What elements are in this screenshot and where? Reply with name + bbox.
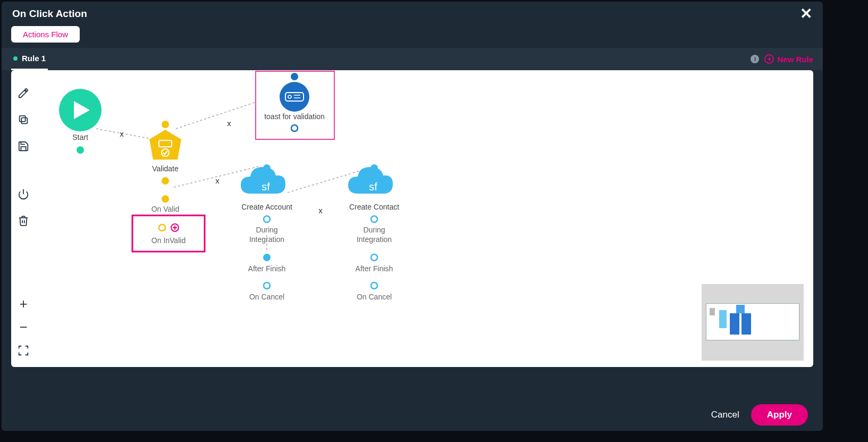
tabs-row: Rule 1 i + New Rule bbox=[2, 48, 823, 70]
svg-point-38 bbox=[371, 254, 377, 261]
info-icon[interactable]: i bbox=[751, 55, 759, 63]
svg-point-11 bbox=[162, 121, 169, 128]
node-oninvalid-label: On InValid bbox=[151, 236, 186, 245]
apply-button[interactable]: Apply bbox=[751, 404, 808, 426]
svg-point-32 bbox=[264, 216, 270, 222]
svg-point-15 bbox=[162, 177, 169, 185]
svg-point-33 bbox=[263, 254, 271, 261]
during-integration-a-2: Integration bbox=[249, 235, 284, 244]
during-integration-c-1: During bbox=[363, 226, 385, 234]
node-validate-label: Validate bbox=[152, 164, 179, 173]
during-integration-a-1: During bbox=[256, 226, 277, 234]
close-icon[interactable]: ✕ bbox=[800, 9, 812, 19]
svg-point-37 bbox=[371, 216, 377, 222]
node-create-contact[interactable]: sf Create Contact During Integration Aft… bbox=[348, 164, 399, 301]
node-toast[interactable]: toast for validation bbox=[256, 71, 334, 139]
node-onvalid-label: On Valid bbox=[151, 205, 180, 213]
status-dot-icon bbox=[13, 56, 18, 61]
svg-marker-12 bbox=[149, 130, 181, 160]
node-start-label: Start bbox=[72, 133, 88, 141]
remove-link-validate-toast[interactable]: x bbox=[227, 119, 231, 128]
remove-link-onvalid-account[interactable]: x bbox=[215, 176, 220, 185]
svg-point-34 bbox=[264, 282, 270, 289]
remove-link-start-validate[interactable]: x bbox=[120, 129, 124, 138]
node-create-account[interactable]: sf Create Account During Integration Aft… bbox=[241, 164, 292, 301]
modal-title: On Click Action bbox=[12, 8, 87, 20]
svg-point-16 bbox=[162, 195, 169, 203]
new-rule-button[interactable]: + New Rule bbox=[764, 54, 813, 64]
svg-rect-17 bbox=[132, 215, 205, 252]
during-integration-c-2: Integration bbox=[357, 235, 392, 244]
flow-canvas[interactable]: + − x x x x Start bbox=[11, 70, 813, 367]
flow-svg: x x x x Start Va bbox=[11, 70, 813, 367]
tab-right: i + New Rule bbox=[751, 54, 813, 64]
pills-row: Actions Flow bbox=[2, 26, 823, 48]
svg-text:sf: sf bbox=[262, 181, 270, 193]
cancel-button[interactable]: Cancel bbox=[711, 410, 739, 420]
tab-label: Rule 1 bbox=[22, 54, 46, 63]
actions-flow-pill[interactable]: Actions Flow bbox=[11, 26, 80, 43]
after-finish-c-label: After Finish bbox=[356, 264, 393, 273]
node-create-contact-label: Create Contact bbox=[349, 203, 399, 211]
on-cancel-c-label: On Cancel bbox=[357, 293, 392, 301]
tab-rule-1[interactable]: Rule 1 bbox=[11, 48, 48, 70]
after-finish-a-label: After Finish bbox=[248, 264, 286, 273]
modal-header: On Click Action ✕ bbox=[2, 2, 823, 26]
modal-footer: Cancel Apply bbox=[2, 399, 823, 431]
node-validate[interactable]: Validate On Valid bbox=[149, 121, 181, 213]
minimap-viewport bbox=[706, 303, 799, 340]
on-click-action-modal: On Click Action ✕ Actions Flow Rule 1 i … bbox=[2, 2, 823, 431]
on-cancel-a-label: On Cancel bbox=[249, 293, 284, 301]
svg-text:sf: sf bbox=[369, 181, 377, 193]
svg-point-39 bbox=[371, 282, 377, 289]
node-toast-label: toast for validation bbox=[264, 112, 325, 121]
svg-point-24 bbox=[280, 82, 309, 112]
svg-line-3 bbox=[96, 129, 155, 139]
minimap[interactable] bbox=[702, 284, 804, 361]
node-create-account-label: Create Account bbox=[241, 203, 292, 211]
node-start[interactable]: Start bbox=[59, 89, 102, 154]
svg-point-10 bbox=[77, 146, 84, 154]
new-rule-label: New Rule bbox=[777, 55, 813, 64]
remove-link-account-contact[interactable]: x bbox=[318, 206, 323, 215]
node-oninvalid[interactable]: On InValid bbox=[132, 215, 205, 252]
svg-point-23 bbox=[291, 73, 298, 80]
plus-circle-icon: + bbox=[764, 54, 774, 64]
